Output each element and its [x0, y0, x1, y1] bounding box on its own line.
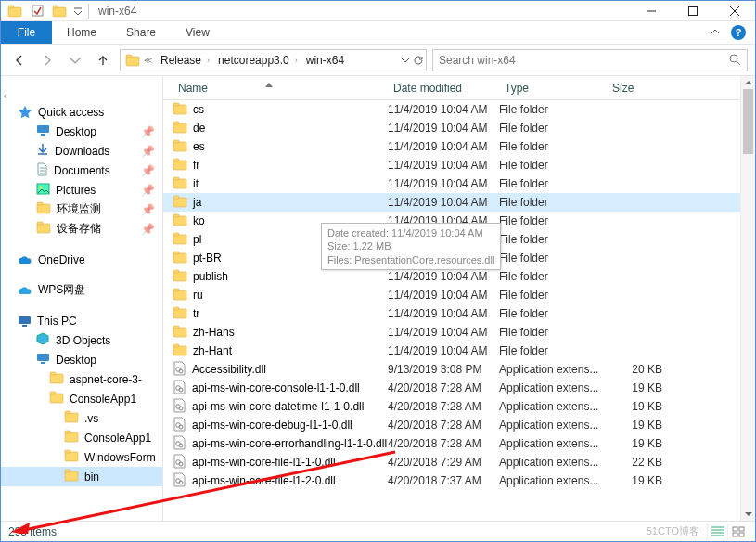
table-row[interactable]: publish11/4/2019 10:04 AMFile folder [163, 267, 740, 286]
sidebar-item[interactable]: 设备存储📌 [1, 219, 162, 239]
crumb-winx64[interactable]: win-x64 [301, 54, 347, 67]
sidebar-item[interactable]: Documents📌 [1, 161, 162, 180]
help-icon[interactable]: ? [731, 25, 746, 40]
close-button[interactable] [713, 1, 755, 21]
table-row[interactable]: tr11/4/2019 10:04 AMFile folder [163, 304, 740, 323]
address-bar[interactable]: ≪ Release › netcoreapp3.0 › win-x64 [120, 49, 427, 71]
sidebar-item[interactable]: bin [1, 467, 162, 486]
svg-rect-4 [53, 6, 58, 8]
sidebar-item[interactable]: ConsoleApp1 [1, 428, 162, 447]
dll-icon [173, 417, 186, 434]
svg-rect-76 [739, 527, 744, 531]
tab-home[interactable]: Home [52, 21, 111, 44]
sidebar-item[interactable]: Desktop📌 [1, 122, 162, 141]
table-row[interactable]: api-ms-win-core-errorhandling-l1-1-0.dll… [163, 434, 740, 453]
scroll-thumb[interactable] [743, 89, 753, 154]
table-row[interactable]: ja11/4/2019 10:04 AMFile folder [163, 193, 740, 212]
chevron-right-icon[interactable]: › [205, 56, 211, 65]
folder-icon [173, 306, 187, 322]
table-row[interactable]: api-ms-win-core-file-l1-2-0.dll4/20/2018… [163, 471, 740, 490]
address-dropdown-icon[interactable] [400, 55, 411, 66]
sidebar-this-pc[interactable]: This PC [1, 311, 162, 330]
table-row[interactable]: api-ms-win-core-console-l1-1-0.dll4/20/2… [163, 379, 740, 397]
col-name[interactable]: Name [173, 82, 388, 95]
minimize-button[interactable] [630, 1, 672, 21]
chevron-right-icon[interactable]: › [293, 56, 300, 65]
properties-button[interactable] [5, 2, 25, 20]
forward-button[interactable] [36, 49, 58, 71]
sidebar-item[interactable]: 3D Objects [1, 330, 162, 350]
file-size: 19 KB [607, 474, 670, 487]
sidebar-item[interactable]: WindowsForm [1, 447, 162, 467]
scroll-up-icon[interactable] [741, 76, 755, 89]
folder-icon [64, 410, 79, 426]
crumb-history-icon[interactable]: ≪ [142, 56, 154, 65]
pin-icon: 📌 [141, 125, 155, 138]
sidebar-item[interactable]: .vs [1, 408, 162, 428]
svg-rect-27 [65, 432, 78, 442]
maximize-button[interactable] [672, 1, 713, 21]
address-folder-icon[interactable] [124, 52, 141, 69]
sidebar-item[interactable]: ConsoleApp1 [1, 389, 162, 408]
svg-rect-17 [19, 316, 31, 324]
file-name: de [193, 122, 205, 135]
collapse-handle-icon[interactable]: ‹ [1, 77, 10, 114]
crumb-netcoreapp[interactable]: netcoreapp3.0 [212, 54, 292, 67]
table-row[interactable]: api-ms-win-core-file-l1-1-0.dll4/20/2018… [163, 453, 740, 471]
qat-checkbox[interactable] [27, 2, 47, 20]
back-button[interactable] [8, 49, 31, 71]
folder-icon [173, 121, 187, 136]
qat-customize[interactable] [71, 2, 84, 20]
table-row[interactable]: api-ms-win-core-datetime-l1-1-0.dll4/20/… [163, 397, 740, 416]
ribbon-expand-icon[interactable] [711, 28, 720, 37]
sidebar-item[interactable]: Downloads📌 [1, 141, 162, 161]
vertical-scrollbar[interactable] [740, 76, 755, 521]
table-row[interactable]: fr11/4/2019 10:04 AMFile folder [163, 156, 740, 174]
scroll-down-icon[interactable] [741, 508, 755, 521]
sidebar-label: aspnet-core-3- [70, 373, 142, 386]
svg-rect-53 [173, 290, 186, 300]
table-row[interactable]: it11/4/2019 10:04 AMFile folder [163, 174, 740, 193]
col-date[interactable]: Date modified [388, 82, 499, 95]
sidebar-onedrive[interactable]: OneDrive [1, 250, 162, 269]
svg-rect-59 [173, 346, 186, 355]
new-folder-button[interactable] [49, 2, 70, 20]
table-row[interactable]: Accessibility.dll9/13/2019 3:08 PMApplic… [163, 360, 740, 379]
view-large-button[interactable] [727, 523, 748, 540]
item-icon [36, 353, 50, 367]
svg-rect-43 [173, 198, 186, 207]
table-row[interactable]: cs11/4/2019 10:04 AMFile folder [163, 100, 740, 119]
file-date: 11/4/2019 10:04 AM [388, 307, 499, 320]
up-button[interactable] [92, 49, 114, 71]
table-row[interactable]: es11/4/2019 10:04 AMFile folder [163, 137, 740, 156]
search-box[interactable]: Search win-x64 [432, 49, 748, 71]
table-row[interactable]: api-ms-win-core-debug-l1-1-0.dll4/20/201… [163, 416, 740, 434]
sidebar-label: WindowsForm [84, 451, 156, 464]
sidebar-item[interactable]: aspnet-core-3- [1, 369, 162, 389]
sidebar-quick-access[interactable]: Quick access [1, 102, 162, 122]
sidebar-label: Downloads [55, 145, 109, 158]
sidebar-item[interactable]: Pictures📌 [1, 180, 162, 200]
rows-container: cs11/4/2019 10:04 AMFile folderde11/4/20… [163, 100, 740, 521]
file-size: 19 KB [607, 381, 670, 394]
col-size[interactable]: Size [607, 82, 670, 95]
sidebar-item[interactable]: Desktop [1, 350, 162, 369]
table-row[interactable]: de11/4/2019 10:04 AMFile folder [163, 119, 740, 137]
table-row[interactable]: ru11/4/2019 10:04 AMFile folder [163, 286, 740, 304]
tab-view[interactable]: View [171, 21, 224, 44]
view-details-button[interactable] [707, 523, 727, 540]
col-type[interactable]: Type [499, 82, 607, 95]
tab-share[interactable]: Share [111, 21, 171, 44]
file-tab[interactable]: File [1, 21, 52, 44]
sidebar-wps[interactable]: WPS网盘 [1, 280, 162, 300]
recent-locations-button[interactable] [64, 49, 86, 71]
svg-rect-3 [53, 7, 66, 17]
sidebar-item[interactable]: 环境监测📌 [1, 200, 162, 219]
table-row[interactable]: zh-Hans11/4/2019 10:04 AMFile folder [163, 323, 740, 342]
table-row[interactable]: zh-Hant11/4/2019 10:04 AMFile folder [163, 342, 740, 360]
svg-rect-10 [41, 134, 45, 136]
refresh-icon[interactable] [413, 55, 424, 66]
file-date: 9/13/2019 3:08 PM [388, 363, 499, 376]
crumb-release[interactable]: Release [155, 54, 204, 67]
main-area: ‹ Quick access Desktop📌Downloads📌Documen… [1, 76, 755, 521]
